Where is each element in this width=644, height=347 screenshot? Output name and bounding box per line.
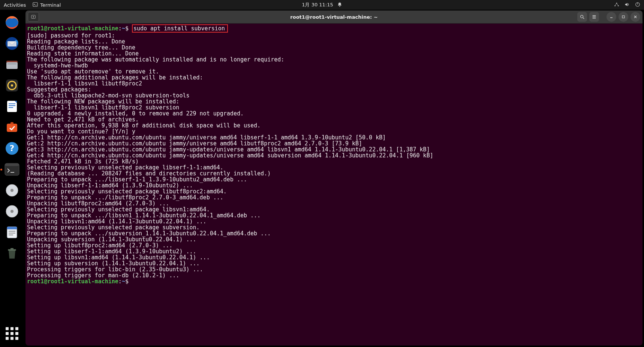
terminal-line: Get:2 http://cn.archive.ubuntu.com/ubunt… [27,141,641,147]
terminal-line: Setting up libserf-1-1:amd64 (1.3.9-10ub… [27,248,641,254]
dock-disc-1[interactable] [3,181,21,199]
dock-disc-2[interactable] [3,202,21,220]
svg-rect-15 [9,105,15,106]
dock-files[interactable] [3,55,21,73]
prompt-path: ~ [122,25,125,32]
terminal-line: Processing triggers for man-db (2.10.2-1… [27,272,641,278]
terminal-line: Get:4 http://cn.archive.ubuntu.com/ubunt… [27,153,641,159]
dock-todo[interactable] [3,223,21,241]
svg-rect-23 [10,172,14,173]
prompt-sep: : [118,278,122,285]
window-minimize-button[interactable] [607,12,616,22]
dock-ubuntu-software[interactable] [3,118,21,136]
svg-rect-31 [7,227,17,229]
prompt-sep: : [118,25,122,32]
search-button[interactable] [577,12,587,22]
window-close-button[interactable] [631,12,640,22]
dock-rhythmbox[interactable] [3,76,21,94]
svg-rect-13 [7,101,17,112]
terminal-line: Building dependency tree... Done [27,45,641,51]
svg-point-25 [10,189,13,192]
terminal-line: Selecting previously unselected package … [27,224,641,230]
clock[interactable]: 1月 30 11:15 [302,1,333,8]
dock-trash[interactable] [3,244,21,262]
terminal-line: Reading package lists... Done [27,39,641,45]
terminal-line: Selecting previously unselected package … [27,188,641,194]
dock-firefox[interactable] [3,13,21,31]
terminal-line: Need to get 2,471 kB of archives. [27,117,641,123]
svg-point-12 [11,84,13,87]
svg-rect-18 [10,122,13,124]
terminal-line: Unpacking libserf-1-1:amd64 (1.3.9-10ubu… [27,182,641,188]
svg-rect-8 [6,62,18,69]
terminal-line: Preparing to unpack .../libsvn1_1.14.1-3… [27,212,641,218]
terminal-titlebar: root1@root1-virtual-machine: ~ [25,10,643,24]
svg-rect-22 [5,163,19,166]
terminal-line: db5.3-util libapache2-mod-svn subversion… [27,93,641,99]
terminal-line: systemd-hwe-hwdb [27,63,641,69]
volume-icon[interactable] [625,2,630,8]
terminal-line: The following package was automatically … [27,57,641,63]
terminal-line: (Reading database ... 208247 files and d… [27,171,641,176]
terminal-line: Suggested packages: [27,87,641,93]
terminal-line: root1@root1-virtual-machine:~$ sudo apt … [27,24,641,33]
terminal-line: root1@root1-virtual-machine:~$ [27,278,641,284]
terminal-line: Preparing to unpack .../subversion_1.14.… [27,230,641,236]
dock: ? Show Applications [0,10,24,347]
terminal-line: Unpacking libutf8proc2:amd64 (2.7.0-3) .… [27,200,641,206]
terminal-line: After this operation, 9,938 kB of additi… [27,123,641,129]
activities-button[interactable]: Activities [4,2,26,8]
app-menu-label: Terminal [40,2,61,8]
terminal-line: Use 'sudo apt autoremove' to remove it. [27,69,641,75]
terminal-window: root1@root1-virtual-machine: ~ root1@roo… [25,10,643,346]
terminal-line: libserf-1-1 libsvn1 libutf8proc2 [27,81,641,87]
terminal-line: Reading state information... Done [27,51,641,57]
terminal-line: [sudo] password for root1: [27,33,641,39]
terminal-line: 0 upgraded, 4 newly installed, 0 to remo… [27,111,641,117]
svg-point-28 [10,210,13,213]
terminal-line: Get:3 http://cn.archive.ubuntu.com/ubunt… [27,147,641,153]
terminal-line: Preparing to unpack .../libutf8proc2_2.7… [27,194,641,200]
highlighted-command: sudo apt install subversion [132,24,228,33]
terminal-line: Setting up subversion (1.14.1-3ubuntu0.2… [27,260,641,266]
gnome-top-bar: Activities Terminal 1月 30 11:15 [0,0,644,10]
app-menu-terminal[interactable]: Terminal [33,2,61,8]
dock-terminal[interactable] [3,160,21,178]
terminal-line: Unpacking subversion (1.14.1-3ubuntu0.22… [27,236,641,242]
window-maximize-button[interactable] [619,12,628,22]
svg-rect-39 [622,16,625,18]
power-icon[interactable] [635,2,640,8]
terminal-body[interactable]: root1@root1-virtual-machine:~$ sudo apt … [25,24,643,346]
svg-rect-16 [9,107,13,108]
svg-point-38 [581,15,583,18]
prompt-symbol: $ [125,278,129,285]
svg-rect-36 [10,248,13,250]
new-tab-button[interactable] [28,12,39,22]
window-title: root1@root1-virtual-machine: ~ [25,14,643,20]
prompt-path: ~ [122,278,125,285]
terminal-line: The following additional packages will b… [27,75,641,81]
svg-rect-0 [33,2,37,6]
network-icon[interactable] [614,2,619,8]
show-applications-button[interactable] [3,325,21,343]
dock-thunderbird[interactable] [3,34,21,52]
terminal-line: The following NEW packages will be insta… [27,99,641,105]
svg-rect-34 [9,235,13,235]
svg-rect-14 [9,103,15,104]
dock-libreoffice-writer[interactable] [3,97,21,115]
svg-rect-33 [9,233,15,233]
dock-help[interactable]: ? [3,139,21,157]
terminal-line: Preparing to unpack .../libserf-1-1_1.3.… [27,176,641,182]
svg-rect-32 [9,231,15,232]
terminal-line: Unpacking libsvn1:amd64 (1.14.1-3ubuntu0… [27,218,641,224]
prompt-user-host: root1@root1-virtual-machine [27,278,118,285]
terminal-icon [33,2,38,8]
prompt-user-host: root1@root1-virtual-machine [27,25,118,32]
notifications-icon[interactable] [337,2,342,8]
terminal-line: libserf-1-1 libsvn1 libutf8proc2 subvers… [27,105,641,111]
terminal-line: Get:1 http://cn.archive.ubuntu.com/ubunt… [27,135,641,141]
apps-grid-icon [4,326,20,341]
terminal-line: Selecting previously unselected package … [27,165,641,171]
svg-rect-17 [7,124,17,132]
hamburger-menu-button[interactable] [589,12,599,22]
